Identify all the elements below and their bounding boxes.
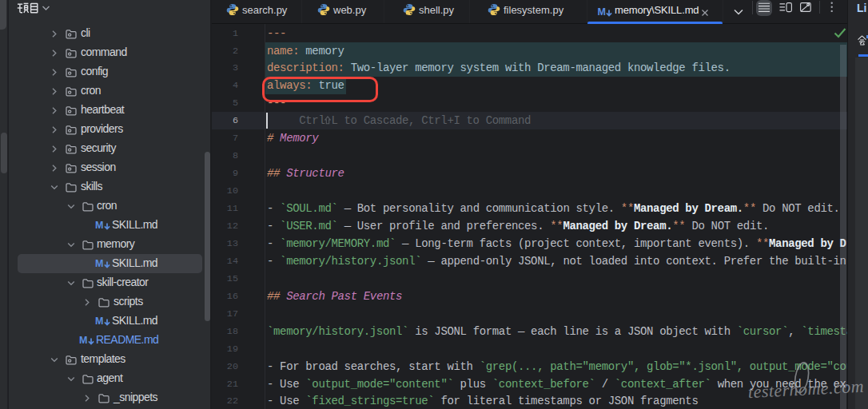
svg-text:testerhome.com: testerhome.com	[747, 376, 864, 403]
